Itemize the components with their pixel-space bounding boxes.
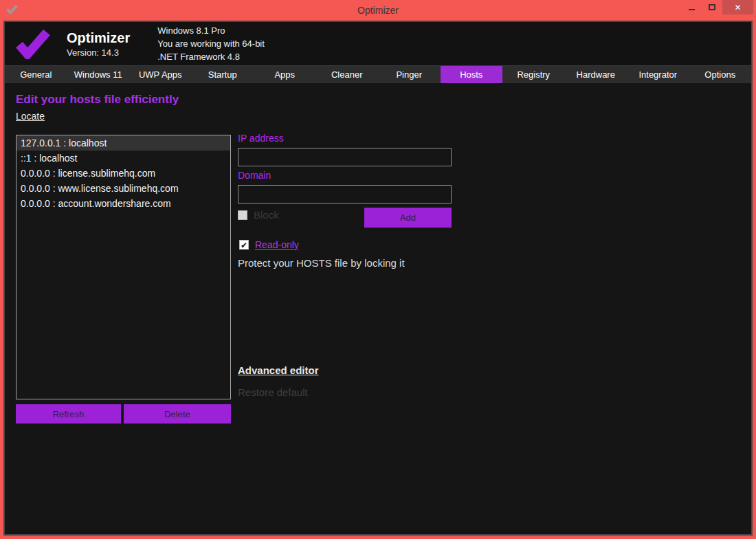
advanced-editor-link[interactable]: Advanced editor bbox=[238, 364, 319, 376]
titlebar[interactable]: Optimizer ✕ bbox=[0, 0, 756, 21]
tab-apps[interactable]: Apps bbox=[254, 66, 316, 83]
app-frame: Optimizer Version: 14.3 Windows 8.1 Pro … bbox=[3, 21, 753, 536]
close-icon: ✕ bbox=[734, 3, 741, 12]
tab-bar: GeneralWindows 11UWP AppsStartupAppsClea… bbox=[5, 65, 751, 83]
tab-integrator[interactable]: Integrator bbox=[627, 66, 689, 83]
hosts-entry[interactable]: 0.0.0.0 : account.wondershare.com bbox=[16, 196, 230, 211]
tab-general[interactable]: General bbox=[5, 66, 67, 83]
tab-hosts[interactable]: Hosts bbox=[441, 66, 503, 83]
hosts-entries-list[interactable]: 127.0.0.1 : localhost::1 : localhost0.0.… bbox=[16, 135, 231, 399]
ip-address-input[interactable] bbox=[238, 148, 452, 166]
hosts-entry[interactable]: 0.0.0.0 : www.license.sublimehq.com bbox=[16, 181, 230, 196]
tab-windows-11[interactable]: Windows 11 bbox=[67, 66, 130, 83]
tab-cleaner[interactable]: Cleaner bbox=[316, 66, 379, 83]
tab-registry[interactable]: Registry bbox=[502, 66, 565, 83]
maximize-button[interactable] bbox=[702, 0, 722, 14]
domain-label: Domain bbox=[238, 170, 271, 181]
restore-default-link: Restore default bbox=[238, 386, 308, 398]
app-title-block: Optimizer Version: 14.3 bbox=[67, 30, 130, 58]
minimize-button[interactable] bbox=[681, 0, 702, 14]
window-controls: ✕ bbox=[681, 0, 753, 14]
domain-input[interactable] bbox=[238, 185, 452, 204]
readonly-checkbox[interactable]: ✔ bbox=[239, 240, 249, 250]
readonly-label[interactable]: Read-only bbox=[255, 239, 299, 250]
readonly-description: Protect your HOSTS file by locking it bbox=[238, 257, 405, 269]
block-label: Block bbox=[254, 209, 279, 221]
system-info-arch: You are working with 64-bit bbox=[157, 37, 265, 50]
app-logo-check-icon bbox=[16, 29, 50, 59]
system-info-dotnet: .NET Framework 4.8 bbox=[157, 50, 265, 63]
maximize-icon bbox=[709, 4, 715, 10]
block-checkbox[interactable] bbox=[238, 210, 247, 220]
tab-pinger[interactable]: Pinger bbox=[378, 66, 441, 83]
tab-uwp-apps[interactable]: UWP Apps bbox=[129, 66, 192, 83]
system-info: Windows 8.1 Pro You are working with 64-… bbox=[157, 24, 265, 63]
app-header: Optimizer Version: 14.3 Windows 8.1 Pro … bbox=[5, 22, 751, 65]
tab-hardware[interactable]: Hardware bbox=[565, 66, 627, 83]
system-info-os: Windows 8.1 Pro bbox=[157, 24, 265, 37]
hosts-entry[interactable]: 0.0.0.0 : license.sublimehq.com bbox=[16, 166, 230, 181]
page-title: Edit your hosts file efficiently bbox=[16, 93, 179, 107]
locate-link[interactable]: Locate bbox=[16, 111, 45, 122]
hosts-page: Edit your hosts file efficiently Locate … bbox=[5, 83, 751, 534]
window-title: Optimizer bbox=[0, 5, 756, 16]
delete-button[interactable]: Delete bbox=[124, 404, 231, 424]
hosts-entry[interactable]: ::1 : localhost bbox=[16, 151, 230, 166]
app-version: Version: 14.3 bbox=[67, 47, 130, 58]
hosts-entry[interactable]: 127.0.0.1 : localhost bbox=[16, 135, 230, 151]
ip-address-label: IP address bbox=[238, 133, 284, 144]
close-button[interactable]: ✕ bbox=[722, 0, 753, 14]
tab-options[interactable]: Options bbox=[689, 66, 752, 83]
app-name: Optimizer bbox=[67, 30, 130, 46]
optimizer-window: Optimizer ✕ Optimizer Version: 14.3 Wind… bbox=[0, 0, 756, 539]
refresh-button[interactable]: Refresh bbox=[16, 404, 121, 424]
minimize-icon bbox=[689, 9, 695, 10]
add-button[interactable]: Add bbox=[364, 208, 452, 228]
readonly-option: ✔ Read-only bbox=[239, 239, 299, 250]
tab-startup[interactable]: Startup bbox=[192, 66, 254, 83]
block-option: Block bbox=[238, 209, 279, 221]
